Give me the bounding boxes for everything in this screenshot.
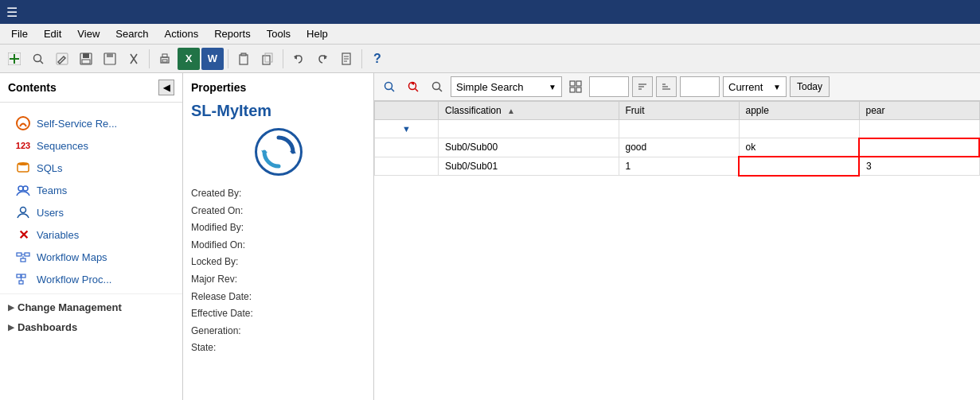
clipboard-button[interactable]	[232, 48, 255, 70]
row1-fruit[interactable]: good	[619, 138, 739, 157]
th-row-indicator	[375, 102, 439, 120]
svg-point-31	[21, 208, 26, 213]
sidebar-group-change-management[interactable]: ▶ Change Management	[0, 297, 182, 317]
svg-point-28	[18, 162, 29, 165]
sort-desc-button[interactable]	[656, 76, 677, 97]
floppy-icon	[103, 52, 116, 65]
add-button[interactable]	[3, 48, 25, 70]
sidebar-group-label-dashboards: Dashboards	[18, 321, 77, 333]
sidebar-label-sequences: Sequences	[37, 140, 88, 152]
cut-icon	[127, 52, 140, 65]
prop-label-generation: Generation:	[191, 325, 241, 336]
search-refresh-button[interactable]	[403, 76, 424, 97]
sort-asc-icon	[637, 81, 648, 92]
search-clear-button[interactable]	[427, 76, 447, 97]
filter-pear[interactable]	[859, 120, 979, 138]
menu-edit[interactable]: Edit	[36, 26, 69, 41]
undo-button[interactable]	[287, 48, 310, 70]
svg-point-30	[23, 186, 28, 191]
prop-label-created-by: Created By:	[191, 188, 241, 199]
sidebar-item-workflow-proc[interactable]: Workflow Proc...	[0, 268, 182, 290]
toolbar-separator-1	[149, 49, 150, 68]
menu-help[interactable]: Help	[299, 26, 336, 41]
svg-line-49	[439, 89, 443, 92]
sidebar-item-sequences[interactable]: 123 Sequences	[0, 134, 182, 157]
print-button[interactable]	[154, 48, 176, 70]
sidebar-item-variables[interactable]: ✕ Variables	[0, 223, 182, 246]
menu-file[interactable]: File	[3, 26, 36, 41]
grid-table: Classification ▲ Fruit apple pear	[374, 101, 980, 177]
svg-rect-37	[17, 274, 21, 278]
toolbar-separator-4	[361, 49, 362, 68]
search-button[interactable]	[27, 48, 49, 70]
sidebar-label-users: Users	[37, 207, 64, 219]
svg-rect-53	[576, 87, 581, 92]
th-fruit[interactable]: Fruit	[619, 102, 739, 120]
search-glass-icon	[383, 80, 396, 93]
row1-pear[interactable]	[859, 138, 979, 157]
current-dropdown[interactable]: Current ▼	[723, 76, 787, 97]
edit-button[interactable]	[51, 48, 73, 70]
sidebar-item-users[interactable]: Users	[0, 201, 182, 223]
app-menu-icon[interactable]: ☰	[6, 5, 18, 20]
svg-marker-20	[294, 55, 297, 60]
change-management-arrow: ▶	[8, 303, 14, 312]
menu-view[interactable]: View	[69, 26, 107, 41]
row2-fruit[interactable]: 1	[619, 157, 739, 176]
filter-apple[interactable]	[739, 120, 859, 138]
menu-actions[interactable]: Actions	[157, 26, 207, 41]
excel-button[interactable]: X	[178, 48, 200, 70]
row1-apple[interactable]: ok	[739, 138, 859, 157]
sidebar-item-workflow-maps[interactable]: Workflow Maps	[0, 246, 182, 268]
paste-button[interactable]	[256, 48, 279, 70]
filter-classification[interactable]	[439, 120, 619, 138]
edit-icon	[56, 52, 68, 65]
save-button[interactable]	[75, 48, 97, 70]
menu-reports[interactable]: Reports	[206, 26, 259, 41]
th-classification[interactable]: Classification ▲	[439, 102, 619, 120]
variables-icon: ✕	[16, 227, 30, 242]
redo-button[interactable]	[311, 48, 334, 70]
help-button[interactable]: ?	[366, 48, 388, 70]
sidebar-group-dashboards[interactable]: ▶ Dashboards	[0, 317, 182, 337]
sidebar-item-teams[interactable]: Teams	[0, 179, 182, 201]
prop-created-on: Created On:	[191, 203, 365, 220]
row2-classification[interactable]: Sub0/Sub01	[439, 157, 619, 176]
row2-apple[interactable]	[739, 157, 859, 176]
toolbar-separator-2	[228, 49, 228, 68]
prop-release-date: Release Date:	[191, 289, 365, 306]
menu-search[interactable]: Search	[107, 26, 156, 41]
th-pear-label: pear	[866, 105, 885, 116]
menu-tools[interactable]: Tools	[259, 26, 299, 41]
clipboard-icon	[237, 52, 250, 65]
prop-label-modified-on: Modified On:	[191, 239, 245, 250]
sidebar-item-sqls[interactable]: SQLs	[0, 157, 182, 179]
prop-label-modified-by: Modified By:	[191, 222, 244, 233]
today-button[interactable]: Today	[790, 76, 830, 97]
copy-page-button[interactable]	[335, 48, 357, 70]
sidebar-label-workflow-proc: Workflow Proc...	[37, 274, 111, 285]
th-apple[interactable]: apple	[739, 102, 859, 120]
sidebar-item-self-service[interactable]: Self-Service Re...	[0, 112, 182, 134]
search-magnifier-button[interactable]	[379, 76, 400, 97]
search-type-dropdown[interactable]: Simple Search ▼	[451, 76, 562, 97]
grid-header-row: Classification ▲ Fruit apple pear	[375, 102, 980, 120]
count-input[interactable]	[680, 76, 720, 97]
sqls-icon	[16, 161, 30, 175]
prop-modified-by: Modified By:	[191, 219, 365, 237]
filter-fruit[interactable]	[619, 120, 739, 138]
save-alt-button[interactable]	[99, 48, 121, 70]
svg-point-3	[34, 54, 41, 61]
toolbar-separator-3	[283, 49, 283, 68]
word-button[interactable]: W	[201, 48, 224, 70]
row1-classification[interactable]: Sub0/Sub00	[439, 138, 619, 157]
svg-line-4	[41, 60, 44, 64]
th-pear[interactable]: pear	[859, 102, 979, 120]
sort-asc-button[interactable]	[632, 76, 653, 97]
cut-button[interactable]	[123, 48, 145, 70]
row2-pear[interactable]: 3	[859, 157, 979, 176]
item-icon-container	[191, 128, 365, 176]
page-input[interactable]	[589, 76, 629, 97]
sidebar-collapse-button[interactable]: ◀	[158, 80, 174, 95]
grid-view-button[interactable]	[565, 76, 586, 97]
